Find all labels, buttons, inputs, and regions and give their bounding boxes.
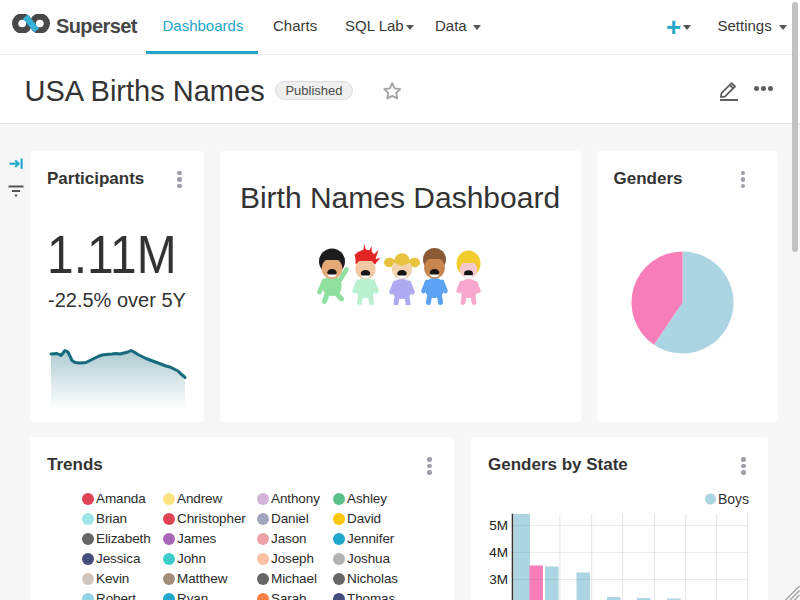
svg-text:4M: 4M	[489, 545, 508, 560]
svg-text:Boys: Boys	[718, 491, 749, 507]
svg-text:3M: 3M	[489, 572, 508, 587]
svg-text:5M: 5M	[489, 518, 508, 533]
